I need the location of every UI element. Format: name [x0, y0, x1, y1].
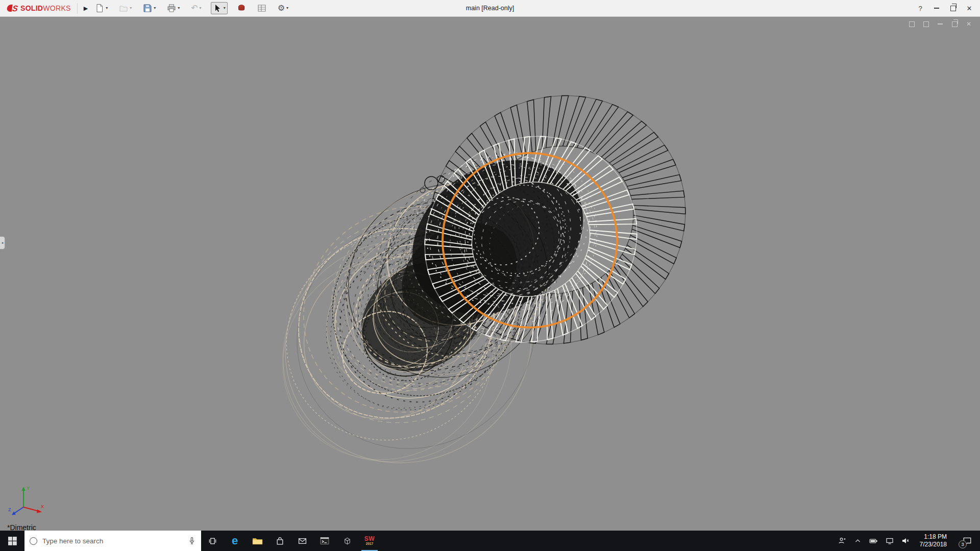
print-button[interactable]: ▾ [165, 2, 182, 14]
search-input[interactable] [41, 537, 184, 545]
taskbar-clock[interactable]: 1:18 PM 7/23/2018 [917, 533, 950, 548]
mail-icon [298, 537, 307, 545]
open-folder-icon [119, 4, 128, 13]
battery-button[interactable] [869, 531, 878, 551]
people-icon [838, 537, 846, 545]
file-explorer-button[interactable] [246, 531, 268, 551]
document-title: main [Read-only] [466, 5, 514, 12]
doc-window-button[interactable] [922, 20, 930, 28]
dropdown-caret[interactable]: ▾ [178, 6, 180, 10]
design-table-button[interactable] [255, 2, 268, 14]
file-explorer-icon [252, 537, 263, 545]
volume-button[interactable] [901, 531, 910, 551]
task-view-button[interactable] [201, 531, 224, 551]
people-button[interactable] [838, 531, 847, 551]
action-center-button[interactable]: 3 [957, 531, 978, 551]
solidworks-app-icon: SW 2017 [364, 536, 375, 546]
solidworks-logo: S SOLIDWORKS [3, 4, 71, 13]
dropdown-caret[interactable]: ▾ [200, 6, 202, 10]
select-cursor-icon [213, 4, 222, 13]
start-button[interactable] [0, 531, 24, 551]
cube-icon [342, 536, 352, 546]
save-button[interactable]: ▾ [141, 2, 158, 14]
undo-button[interactable]: ↶ ▾ [189, 3, 203, 14]
windows-taskbar: e SW 2017 [0, 531, 980, 551]
new-document-icon [95, 4, 104, 13]
composer-button[interactable] [336, 531, 358, 551]
close-button[interactable]: ✕ [962, 2, 977, 15]
network-button[interactable] [885, 531, 894, 551]
chevron-up-icon [854, 538, 861, 544]
z-axis-label: Z [8, 507, 11, 512]
window-icon [909, 21, 915, 27]
dropdown-caret[interactable]: ▾ [286, 6, 288, 10]
task-view-icon [208, 537, 217, 545]
dropdown-caret[interactable]: ▾ [224, 6, 226, 10]
app-titlebar: S SOLIDWORKS ▶ ▾ ▾ ▾ [0, 0, 980, 17]
select-tool-button[interactable]: ▾ [211, 2, 228, 14]
system-tray: 1:18 PM 7/23/2018 3 [838, 531, 980, 551]
dropdown-caret[interactable]: ▾ [130, 6, 132, 10]
clock-date: 7/23/2018 [920, 541, 947, 548]
viewport-canvas[interactable] [0, 17, 980, 531]
print-icon [167, 4, 176, 13]
windows-logo-icon [8, 537, 17, 545]
mail-button[interactable] [291, 531, 313, 551]
save-icon [143, 4, 152, 13]
hidden-icons-chevron[interactable] [853, 531, 863, 551]
open-button[interactable]: ▾ [117, 2, 134, 14]
options-button[interactable]: ⚙ ▾ [276, 3, 290, 14]
window-controls: ? ✕ [913, 2, 977, 15]
brand-text-works: WORKS [43, 4, 70, 12]
x-axis-arrow [37, 510, 42, 513]
battery-icon [869, 537, 878, 545]
new-document-button[interactable]: ▾ [93, 2, 110, 14]
graphics-viewport: ✕ ◂ Y X Z *Dimetric [0, 17, 980, 531]
minimize-icon [934, 8, 939, 9]
solidworks-logo-mark: S [6, 4, 18, 13]
store-button[interactable] [268, 531, 291, 551]
console-icon [320, 537, 329, 545]
edge-button[interactable]: e [224, 531, 246, 551]
x-axis-label: X [41, 504, 44, 509]
y-axis-label: Y [27, 486, 30, 491]
minimize-button[interactable] [929, 2, 944, 15]
window-icon [923, 21, 929, 27]
microphone-icon[interactable] [188, 537, 196, 545]
main-toolbar: ▾ ▾ ▾ ▾ ↶ ▾ [93, 2, 290, 14]
minimize-icon [938, 23, 943, 24]
console-button[interactable] [313, 531, 336, 551]
restore-icon [952, 21, 958, 27]
doc-restore-button[interactable] [950, 20, 959, 28]
appearance-button[interactable] [235, 2, 248, 14]
doc-minimize-button[interactable] [936, 20, 944, 28]
volume-icon [901, 537, 910, 545]
help-button[interactable]: ? [913, 2, 928, 15]
document-window-controls: ✕ [908, 20, 973, 28]
view-orientation-label: *Dimetric [7, 523, 36, 531]
taskbar-search [24, 531, 201, 551]
dropdown-caret[interactable]: ▾ [106, 6, 108, 10]
notification-badge: 3 [959, 540, 967, 548]
store-bag-icon [276, 537, 284, 545]
dropdown-caret[interactable]: ▾ [154, 6, 156, 10]
y-axis-arrow [22, 487, 26, 491]
doc-close-button[interactable]: ✕ [965, 20, 973, 28]
network-icon [886, 537, 894, 545]
panel-collapse-tab[interactable]: ◂ [0, 236, 5, 249]
toolbar-flyout-arrow[interactable]: ▶ [77, 3, 88, 14]
orientation-triad: Y X Z [7, 483, 47, 518]
appearance-icon [237, 4, 246, 13]
cortana-icon[interactable] [30, 537, 37, 545]
solidworks-taskbar-button[interactable]: SW 2017 [358, 531, 381, 551]
restore-button[interactable] [945, 2, 961, 15]
doc-window-button[interactable] [908, 20, 916, 28]
undo-icon: ↶ [191, 4, 198, 12]
design-table-icon [257, 4, 266, 13]
brand-text-solid: SOLID [20, 4, 43, 12]
clock-time: 1:18 PM [924, 533, 947, 541]
restore-icon [950, 6, 956, 11]
edge-icon: e [232, 535, 238, 546]
svg-text:S: S [12, 4, 18, 13]
gear-icon: ⚙ [278, 4, 285, 12]
